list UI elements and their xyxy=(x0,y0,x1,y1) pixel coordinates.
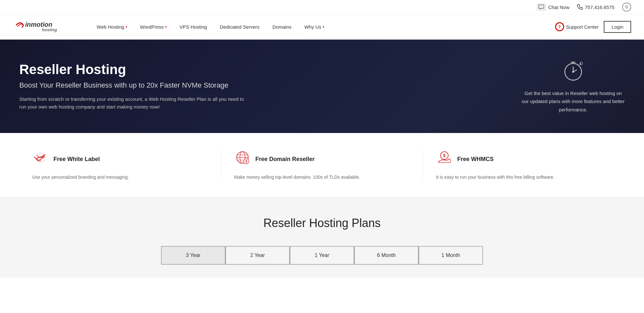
plan-tab-1month[interactable]: 1 Month xyxy=(419,246,483,265)
hero-right-text: Get the best value in Reseller web hosti… xyxy=(522,89,625,114)
plan-tab-1year[interactable]: 1 Year xyxy=(290,246,354,265)
nav-why-us[interactable]: Why Us ▾ xyxy=(298,15,331,39)
nav-web-hosting[interactable]: Web Hosting ▾ xyxy=(90,15,134,39)
timer-icon xyxy=(522,59,625,85)
phone-number[interactable]: 757.416.6575 xyxy=(577,4,614,10)
features-section: Free White Label Use your personalized b… xyxy=(0,133,644,197)
plan-tab-3year[interactable]: 3 Year xyxy=(161,246,225,265)
phone-icon xyxy=(577,4,583,10)
svg-point-5 xyxy=(580,62,582,65)
hero-section: Reseller Hosting Boost Your Reseller Bus… xyxy=(0,40,644,133)
feature-domain-reseller: $ Free Domain Reseller Make money sellin… xyxy=(221,149,423,181)
hero-desc: Starting from scratch or transferring yo… xyxy=(19,95,245,111)
nav-links: Web Hosting ▾ WordPress ▾ VPS Hosting De… xyxy=(90,15,555,39)
dollar-hand-icon: $ xyxy=(436,149,453,169)
chevron-down-icon: ▾ xyxy=(323,25,324,29)
chat-now-button[interactable]: Chat Now xyxy=(536,3,569,11)
feature-white-label: Free White Label Use your personalized b… xyxy=(19,149,221,181)
hero-title: Reseller Hosting xyxy=(19,62,245,77)
login-button[interactable]: Login xyxy=(604,21,631,33)
support-center-link[interactable]: ? Support Center xyxy=(555,22,599,31)
feature-whmcs-title: Free WHMCS xyxy=(457,156,494,163)
svg-text:$: $ xyxy=(443,153,446,158)
feature-domain-reseller-title: Free Domain Reseller xyxy=(255,156,315,163)
feature-domain-reseller-desc: Make money selling top-level domains. 10… xyxy=(234,174,360,181)
svg-text:inmotion: inmotion xyxy=(25,21,52,28)
feature-whmcs: $ Free WHMCS It is easy to run your busi… xyxy=(423,149,625,181)
cart-button[interactable]: 0 xyxy=(622,3,631,12)
globe-icon: $ xyxy=(234,149,251,169)
svg-point-4 xyxy=(572,71,574,73)
nav-vps-hosting[interactable]: VPS Hosting xyxy=(173,15,213,39)
nav-domains[interactable]: Domains xyxy=(266,15,298,39)
hero-left: Reseller Hosting Boost Your Reseller Bus… xyxy=(19,62,245,111)
feature-white-label-desc: Use your personalized branding and messa… xyxy=(32,174,129,181)
chevron-down-icon: ▾ xyxy=(126,25,127,29)
chevron-down-icon: ▾ xyxy=(165,25,167,29)
svg-text:hosting: hosting xyxy=(42,27,57,32)
top-bar: Chat Now 757.416.6575 0 xyxy=(0,0,644,14)
chat-icon xyxy=(536,3,546,11)
plans-title: Reseller Hosting Plans xyxy=(13,216,631,230)
feature-whmcs-desc: It is easy to run your business with thi… xyxy=(436,174,554,181)
nav-wordpress[interactable]: WordPress ▾ xyxy=(134,15,173,39)
hero-subtitle: Boost Your Reseller Business with up to … xyxy=(19,81,245,90)
plan-tab-6month[interactable]: 6 Month xyxy=(354,246,419,265)
handshake-icon xyxy=(32,149,49,169)
plans-section: Reseller Hosting Plans 3 Year 2 Year 1 Y… xyxy=(0,197,644,278)
main-nav: inmotion hosting Web Hosting ▾ WordPress… xyxy=(0,14,644,40)
plan-tab-2year[interactable]: 2 Year xyxy=(225,246,290,265)
feature-white-label-title: Free White Label xyxy=(53,156,100,163)
svg-text:$: $ xyxy=(245,159,247,163)
plans-tabs: 3 Year 2 Year 1 Year 6 Month 1 Month xyxy=(13,246,631,265)
logo[interactable]: inmotion hosting xyxy=(13,14,71,39)
support-icon: ? xyxy=(555,22,564,31)
nav-right: ? Support Center Login xyxy=(555,21,631,33)
svg-rect-0 xyxy=(539,5,544,8)
hero-right: Get the best value in Reseller web hosti… xyxy=(522,59,625,114)
nav-dedicated-servers[interactable]: Dedicated Servers xyxy=(213,15,266,39)
